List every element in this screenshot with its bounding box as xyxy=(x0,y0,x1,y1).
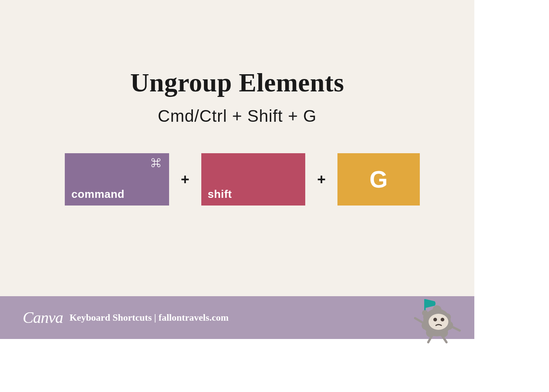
svg-point-2 xyxy=(152,164,154,167)
shift-key-label: shift xyxy=(208,188,232,200)
plus-separator: + xyxy=(305,171,337,188)
svg-point-11 xyxy=(439,328,448,337)
footer-text: Keyboard Shortcuts | fallontravels.com xyxy=(70,312,229,323)
command-key-label: command xyxy=(71,188,124,200)
svg-point-15 xyxy=(441,318,444,321)
svg-point-13 xyxy=(429,314,448,330)
footer-bar: Canva Keyboard Shortcuts | fallontravels… xyxy=(0,296,474,339)
mascot-character xyxy=(408,297,463,344)
svg-point-0 xyxy=(152,159,154,161)
shift-key: shift xyxy=(201,153,306,206)
plus-separator: + xyxy=(169,171,201,188)
g-key-label: G xyxy=(369,168,388,191)
svg-point-10 xyxy=(426,328,435,337)
command-key: command xyxy=(65,153,169,206)
command-icon xyxy=(151,158,161,169)
svg-point-3 xyxy=(157,164,160,167)
slide-canvas: Ungroup Elements Cmd/Ctrl + Shift + G co… xyxy=(0,0,474,339)
keyboard-row: command + shift + G xyxy=(65,153,420,206)
svg-point-1 xyxy=(157,159,160,161)
svg-point-14 xyxy=(433,318,437,321)
g-key: G xyxy=(337,153,420,206)
slide-subtitle: Cmd/Ctrl + Shift + G xyxy=(0,106,474,126)
svg-point-16 xyxy=(422,310,428,316)
slide-title: Ungroup Elements xyxy=(0,68,474,98)
svg-point-12 xyxy=(433,305,441,314)
canva-logo: Canva xyxy=(23,308,63,327)
